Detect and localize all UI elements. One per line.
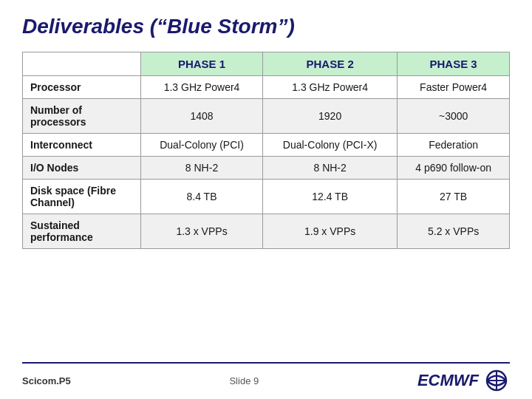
table-row: Disk space (Fibre Channel)8.4 TB12.4 TB2… — [23, 180, 510, 214]
row-label: Disk space (Fibre Channel) — [23, 180, 141, 214]
row-phase2: Dual-Colony (PCI-X) — [263, 134, 398, 157]
row-label: Number of processors — [23, 99, 141, 134]
row-phase2: 1.3 GHz Power4 — [263, 76, 398, 99]
table-row: InterconnectDual-Colony (PCI)Dual-Colony… — [23, 134, 510, 157]
header-empty — [23, 52, 141, 76]
page: Deliverables (“Blue Storm”) PHASE 1 PHAS… — [0, 0, 532, 399]
row-phase1: 1.3 x VPPs — [141, 214, 263, 249]
main-table: PHASE 1 PHASE 2 PHASE 3 Processor1.3 GHz… — [22, 52, 510, 249]
row-phase1: 1.3 GHz Power4 — [141, 76, 263, 99]
row-phase2: 8 NH-2 — [263, 157, 398, 180]
row-label: Processor — [23, 76, 141, 99]
header-row: PHASE 1 PHASE 2 PHASE 3 — [23, 52, 510, 76]
table-row: I/O Nodes8 NH-28 NH-24 p690 follow-on — [23, 157, 510, 180]
row-label: Interconnect — [23, 134, 141, 157]
footer-center: Slide 9 — [229, 375, 259, 386]
header-phase3: PHASE 3 — [398, 52, 510, 76]
row-phase2: 1920 — [263, 99, 398, 134]
page-title: Deliverables (“Blue Storm”) — [22, 15, 510, 38]
row-phase3: 4 p690 follow-on — [398, 157, 510, 180]
row-label: Sustained performance — [23, 214, 141, 249]
ecmwf-label: ECMWF — [417, 371, 479, 390]
table-row: Number of processors14081920~3000 — [23, 99, 510, 134]
table-wrapper: PHASE 1 PHASE 2 PHASE 3 Processor1.3 GHz… — [22, 52, 510, 358]
table-row: Processor1.3 GHz Power41.3 GHz Power4Fas… — [23, 76, 510, 99]
row-phase1: Dual-Colony (PCI) — [141, 134, 263, 157]
table-row: Sustained performance1.3 x VPPs1.9 x VPP… — [23, 214, 510, 249]
row-phase3: ~3000 — [398, 99, 510, 134]
ecmwf-logo-icon — [483, 369, 510, 392]
row-phase3: 5.2 x VPPs — [398, 214, 510, 249]
row-label: I/O Nodes — [23, 157, 141, 180]
footer-right: ECMWF — [417, 369, 510, 392]
row-phase1: 8 NH-2 — [141, 157, 263, 180]
header-phase2: PHASE 2 — [263, 52, 398, 76]
footer: Scicom.P5 Slide 9 ECMWF — [22, 362, 510, 392]
row-phase3: 27 TB — [398, 180, 510, 214]
row-phase3: Federation — [398, 134, 510, 157]
row-phase2: 1.9 x VPPs — [263, 214, 398, 249]
footer-left: Scicom.P5 — [22, 375, 71, 386]
row-phase2: 12.4 TB — [263, 180, 398, 214]
row-phase1: 1408 — [141, 99, 263, 134]
row-phase1: 8.4 TB — [141, 180, 263, 214]
row-phase3: Faster Power4 — [398, 76, 510, 99]
header-phase1: PHASE 1 — [141, 52, 263, 76]
